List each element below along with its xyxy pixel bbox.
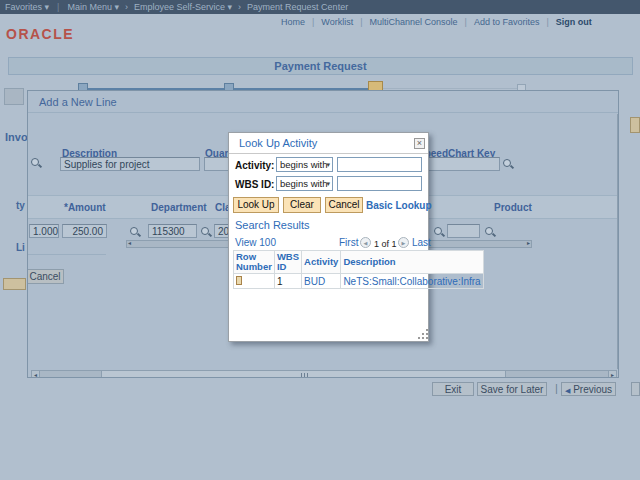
lookup-icon[interactable] (502, 158, 514, 170)
table-row[interactable]: 1 BUD NeTS:Small:Collaborative:Infra (234, 274, 484, 289)
search-results-table: Row Number WBS ID Activity Description 1… (233, 250, 484, 289)
horizontal-scroll-thumb[interactable] (101, 370, 506, 378)
activity-link-cell[interactable]: BUD (302, 274, 341, 289)
view-100-link[interactable]: View 100 (235, 237, 276, 248)
department-column-header: Department (151, 202, 207, 213)
breadcrumb-chevron-icon: › (238, 2, 241, 12)
look-up-button[interactable]: Look Up (233, 197, 279, 213)
scroll-down-icon[interactable]: ▾ (617, 359, 619, 368)
lookup-icon[interactable] (433, 226, 445, 238)
pager-prev-icon[interactable]: ◀ (360, 237, 371, 248)
search-results-heading: Search Results (235, 219, 310, 231)
pager-next-icon[interactable]: ▶ (398, 237, 409, 248)
previous-arrow-icon: ◀ (565, 387, 570, 394)
next-button-fragment[interactable] (631, 382, 640, 396)
sign-out-link[interactable]: Sign out (556, 17, 592, 27)
pager-first-link[interactable]: First (339, 237, 358, 248)
lookup-icon[interactable] (30, 157, 42, 169)
line-label-fragment: Li (16, 242, 25, 253)
breadcrumb-chevron-icon: › (125, 2, 128, 12)
divider (546, 17, 548, 27)
main-menu[interactable]: Main Menu ▾ (67, 2, 119, 12)
activity-label: Activity: (235, 160, 274, 171)
dialog-titlebar: Look Up Activity × (229, 133, 428, 154)
worklist-link[interactable]: Worklist (321, 17, 353, 27)
modal-title: Add a New Line (28, 91, 618, 113)
breadcrumb-payment-request-center[interactable]: Payment Request Center (247, 2, 348, 12)
progress-line-future (380, 88, 522, 89)
add-to-favorites-link[interactable]: Add to Favorites (474, 17, 540, 27)
screen: Favorites ▾ Main Menu ▾ › Employee Self-… (0, 0, 640, 480)
save-for-later-button[interactable]: Save for Later (477, 382, 547, 396)
modal-cancel-button[interactable]: Cancel (27, 269, 64, 284)
divider (360, 17, 362, 27)
close-icon[interactable]: × (414, 138, 425, 149)
quantity-header-fragment: ty (16, 200, 25, 211)
clear-button[interactable]: Clear (283, 197, 321, 213)
quantity-cell-field[interactable]: 1.0000 (29, 224, 59, 238)
chevron-down-icon: ▾ (228, 2, 233, 12)
scroll-right-icon[interactable]: ▸ (608, 370, 617, 378)
breadcrumb-employee-self-service[interactable]: Employee Self-Service ▾ (134, 2, 232, 12)
lookup-icon[interactable] (484, 226, 496, 238)
wbs-id-label: WBS ID: (235, 179, 274, 190)
divider (28, 254, 106, 255)
wbs-operator-select[interactable]: begins with▾ (276, 176, 333, 191)
description-header: Description (341, 251, 483, 274)
divider (465, 17, 467, 27)
lookup-icon[interactable] (129, 226, 141, 238)
divider (57, 2, 59, 12)
product-cell-field[interactable] (447, 224, 480, 238)
page-title: Payment Request (8, 57, 633, 75)
divider: | (555, 382, 558, 394)
home-link[interactable]: Home (281, 17, 305, 27)
portal-links: Home Worklist MultiChannel Console Add t… (281, 17, 592, 27)
activity-operator-select[interactable]: begins with▾ (276, 157, 333, 172)
pager-last-link[interactable]: Last (412, 237, 431, 248)
lookup-activity-dialog: Look Up Activity × Activity: begins with… (228, 132, 429, 342)
divider (312, 17, 314, 27)
row-select-icon[interactable] (236, 276, 242, 285)
resize-grip-icon[interactable] (418, 329, 428, 339)
row-number-cell[interactable] (234, 274, 275, 289)
cancel-button[interactable]: Cancel (325, 197, 363, 213)
speedchart-key-field[interactable] (417, 157, 500, 171)
scroll-left-icon[interactable]: ◂ (31, 370, 40, 378)
scroll-up-icon[interactable]: ▴ (617, 114, 619, 123)
department-cell-field[interactable]: 115300 (148, 224, 197, 238)
page-button-fragment-right[interactable] (630, 117, 640, 133)
chevron-down-icon: ▾ (45, 2, 50, 12)
oracle-logo: ORACLE (6, 26, 74, 42)
activity-header: Activity (302, 251, 341, 274)
wbs-id-cell: 1 (274, 274, 301, 289)
vertical-scroll-thumb[interactable] (617, 228, 619, 244)
pager-counter: 1 of 1 (374, 239, 397, 249)
chevron-down-icon: ▾ (114, 2, 119, 12)
scroll-right-icon[interactable]: ▸ (527, 239, 530, 246)
wbs-id-header: WBS ID (274, 251, 301, 274)
amount-column-header: *Amount (64, 202, 106, 213)
scroll-left-icon[interactable]: ◂ (128, 239, 131, 246)
dialog-title: Look Up Activity (239, 137, 317, 149)
invoice-section-label-fragment: Invo (5, 131, 28, 143)
row-number-header: Row Number (234, 251, 275, 274)
chevron-down-icon: ▾ (326, 158, 330, 171)
lookup-icon[interactable] (200, 226, 212, 238)
previous-button[interactable]: ◀ Previous (561, 382, 616, 396)
page-fragment-box (4, 88, 24, 105)
exit-button[interactable]: Exit (432, 382, 474, 396)
favorites-menu[interactable]: Favorites ▾ (5, 2, 49, 12)
multichannel-console-link[interactable]: MultiChannel Console (370, 17, 458, 27)
basic-lookup-link[interactable]: Basic Lookup (366, 200, 432, 211)
description-field[interactable]: Supplies for project (60, 157, 200, 171)
product-column-header: Product (494, 202, 532, 213)
activity-input[interactable] (337, 157, 422, 172)
table-header-row: Row Number WBS ID Activity Description (234, 251, 484, 274)
breadcrumb-bar: Favorites ▾ Main Menu ▾ › Employee Self-… (0, 0, 640, 14)
chevron-down-icon: ▾ (326, 177, 330, 190)
description-link-cell[interactable]: NeTS:Small:Collaborative:Infra (341, 274, 483, 289)
page-button-fragment[interactable] (3, 278, 26, 290)
wbs-input[interactable] (337, 176, 422, 191)
amount-cell-field[interactable]: 250.00 (62, 224, 107, 238)
